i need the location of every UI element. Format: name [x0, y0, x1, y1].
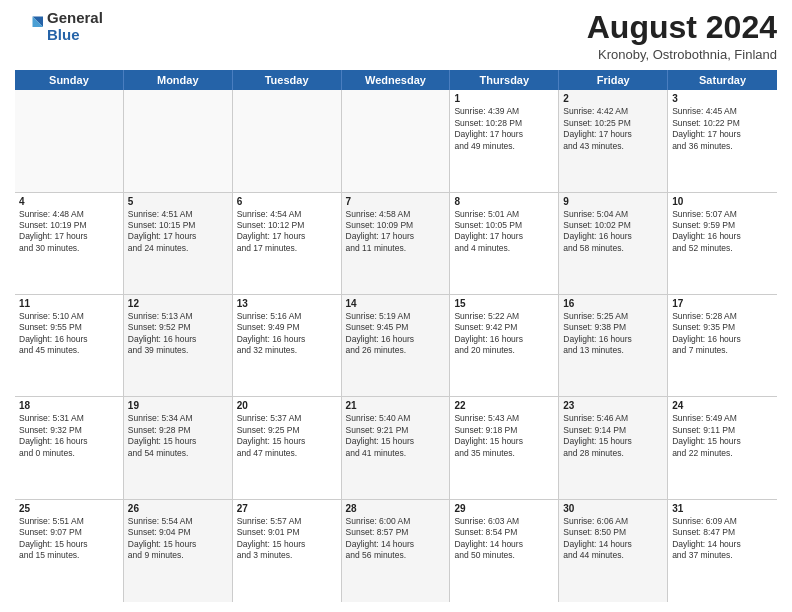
day-info: Sunrise: 4:48 AM Sunset: 10:19 PM Daylig…	[19, 209, 119, 255]
day-cell-17: 17Sunrise: 5:28 AM Sunset: 9:35 PM Dayli…	[668, 295, 777, 396]
day-number: 23	[563, 400, 663, 411]
logo: General Blue	[15, 10, 103, 43]
day-info: Sunrise: 5:57 AM Sunset: 9:01 PM Dayligh…	[237, 516, 337, 562]
day-number: 8	[454, 196, 554, 207]
day-number: 16	[563, 298, 663, 309]
day-cell-9: 9Sunrise: 5:04 AM Sunset: 10:02 PM Dayli…	[559, 193, 668, 294]
header-day-monday: Monday	[124, 70, 233, 90]
day-cell-1: 1Sunrise: 4:39 AM Sunset: 10:28 PM Dayli…	[450, 90, 559, 191]
day-cell-21: 21Sunrise: 5:40 AM Sunset: 9:21 PM Dayli…	[342, 397, 451, 498]
day-cell-30: 30Sunrise: 6:06 AM Sunset: 8:50 PM Dayli…	[559, 500, 668, 602]
empty-cell	[124, 90, 233, 191]
day-info: Sunrise: 4:45 AM Sunset: 10:22 PM Daylig…	[672, 106, 773, 152]
day-number: 17	[672, 298, 773, 309]
day-number: 13	[237, 298, 337, 309]
day-info: Sunrise: 5:43 AM Sunset: 9:18 PM Dayligh…	[454, 413, 554, 459]
day-cell-11: 11Sunrise: 5:10 AM Sunset: 9:55 PM Dayli…	[15, 295, 124, 396]
day-info: Sunrise: 4:39 AM Sunset: 10:28 PM Daylig…	[454, 106, 554, 152]
day-cell-3: 3Sunrise: 4:45 AM Sunset: 10:22 PM Dayli…	[668, 90, 777, 191]
day-info: Sunrise: 6:09 AM Sunset: 8:47 PM Dayligh…	[672, 516, 773, 562]
day-cell-23: 23Sunrise: 5:46 AM Sunset: 9:14 PM Dayli…	[559, 397, 668, 498]
day-info: Sunrise: 5:54 AM Sunset: 9:04 PM Dayligh…	[128, 516, 228, 562]
day-number: 21	[346, 400, 446, 411]
day-number: 20	[237, 400, 337, 411]
empty-cell	[233, 90, 342, 191]
day-number: 11	[19, 298, 119, 309]
day-info: Sunrise: 5:01 AM Sunset: 10:05 PM Daylig…	[454, 209, 554, 255]
day-cell-8: 8Sunrise: 5:01 AM Sunset: 10:05 PM Dayli…	[450, 193, 559, 294]
day-info: Sunrise: 5:16 AM Sunset: 9:49 PM Dayligh…	[237, 311, 337, 357]
day-info: Sunrise: 5:10 AM Sunset: 9:55 PM Dayligh…	[19, 311, 119, 357]
month-year: August 2024	[587, 10, 777, 45]
day-number: 29	[454, 503, 554, 514]
day-cell-20: 20Sunrise: 5:37 AM Sunset: 9:25 PM Dayli…	[233, 397, 342, 498]
day-info: Sunrise: 4:54 AM Sunset: 10:12 PM Daylig…	[237, 209, 337, 255]
day-info: Sunrise: 5:51 AM Sunset: 9:07 PM Dayligh…	[19, 516, 119, 562]
day-cell-15: 15Sunrise: 5:22 AM Sunset: 9:42 PM Dayli…	[450, 295, 559, 396]
calendar-header: SundayMondayTuesdayWednesdayThursdayFrid…	[15, 70, 777, 90]
day-cell-31: 31Sunrise: 6:09 AM Sunset: 8:47 PM Dayli…	[668, 500, 777, 602]
day-info: Sunrise: 4:58 AM Sunset: 10:09 PM Daylig…	[346, 209, 446, 255]
day-number: 7	[346, 196, 446, 207]
week-row-5: 25Sunrise: 5:51 AM Sunset: 9:07 PM Dayli…	[15, 500, 777, 602]
header-day-thursday: Thursday	[450, 70, 559, 90]
day-cell-5: 5Sunrise: 4:51 AM Sunset: 10:15 PM Dayli…	[124, 193, 233, 294]
week-row-3: 11Sunrise: 5:10 AM Sunset: 9:55 PM Dayli…	[15, 295, 777, 397]
page: General Blue August 2024 Kronoby, Ostrob…	[0, 0, 792, 612]
day-number: 1	[454, 93, 554, 104]
day-number: 30	[563, 503, 663, 514]
day-number: 12	[128, 298, 228, 309]
header-day-tuesday: Tuesday	[233, 70, 342, 90]
day-number: 22	[454, 400, 554, 411]
day-number: 31	[672, 503, 773, 514]
day-number: 28	[346, 503, 446, 514]
logo-icon	[15, 13, 43, 41]
day-info: Sunrise: 4:42 AM Sunset: 10:25 PM Daylig…	[563, 106, 663, 152]
day-number: 2	[563, 93, 663, 104]
day-number: 5	[128, 196, 228, 207]
day-number: 4	[19, 196, 119, 207]
day-cell-18: 18Sunrise: 5:31 AM Sunset: 9:32 PM Dayli…	[15, 397, 124, 498]
day-cell-6: 6Sunrise: 4:54 AM Sunset: 10:12 PM Dayli…	[233, 193, 342, 294]
header-day-friday: Friday	[559, 70, 668, 90]
day-cell-16: 16Sunrise: 5:25 AM Sunset: 9:38 PM Dayli…	[559, 295, 668, 396]
day-number: 25	[19, 503, 119, 514]
day-cell-7: 7Sunrise: 4:58 AM Sunset: 10:09 PM Dayli…	[342, 193, 451, 294]
calendar-body: 1Sunrise: 4:39 AM Sunset: 10:28 PM Dayli…	[15, 90, 777, 602]
day-cell-10: 10Sunrise: 5:07 AM Sunset: 9:59 PM Dayli…	[668, 193, 777, 294]
day-cell-13: 13Sunrise: 5:16 AM Sunset: 9:49 PM Dayli…	[233, 295, 342, 396]
day-number: 18	[19, 400, 119, 411]
day-number: 15	[454, 298, 554, 309]
empty-cell	[342, 90, 451, 191]
day-number: 24	[672, 400, 773, 411]
day-number: 26	[128, 503, 228, 514]
day-number: 6	[237, 196, 337, 207]
day-info: Sunrise: 5:22 AM Sunset: 9:42 PM Dayligh…	[454, 311, 554, 357]
day-info: Sunrise: 5:13 AM Sunset: 9:52 PM Dayligh…	[128, 311, 228, 357]
day-info: Sunrise: 5:46 AM Sunset: 9:14 PM Dayligh…	[563, 413, 663, 459]
day-info: Sunrise: 5:40 AM Sunset: 9:21 PM Dayligh…	[346, 413, 446, 459]
logo-general: General	[47, 10, 103, 27]
day-cell-24: 24Sunrise: 5:49 AM Sunset: 9:11 PM Dayli…	[668, 397, 777, 498]
day-number: 3	[672, 93, 773, 104]
day-number: 10	[672, 196, 773, 207]
day-info: Sunrise: 6:03 AM Sunset: 8:54 PM Dayligh…	[454, 516, 554, 562]
day-info: Sunrise: 5:49 AM Sunset: 9:11 PM Dayligh…	[672, 413, 773, 459]
day-info: Sunrise: 5:25 AM Sunset: 9:38 PM Dayligh…	[563, 311, 663, 357]
day-info: Sunrise: 4:51 AM Sunset: 10:15 PM Daylig…	[128, 209, 228, 255]
day-info: Sunrise: 5:37 AM Sunset: 9:25 PM Dayligh…	[237, 413, 337, 459]
header-day-wednesday: Wednesday	[342, 70, 451, 90]
header-day-sunday: Sunday	[15, 70, 124, 90]
logo-text: General Blue	[47, 10, 103, 43]
day-info: Sunrise: 5:28 AM Sunset: 9:35 PM Dayligh…	[672, 311, 773, 357]
calendar: SundayMondayTuesdayWednesdayThursdayFrid…	[15, 70, 777, 602]
week-row-4: 18Sunrise: 5:31 AM Sunset: 9:32 PM Dayli…	[15, 397, 777, 499]
day-cell-19: 19Sunrise: 5:34 AM Sunset: 9:28 PM Dayli…	[124, 397, 233, 498]
day-info: Sunrise: 5:07 AM Sunset: 9:59 PM Dayligh…	[672, 209, 773, 255]
day-cell-22: 22Sunrise: 5:43 AM Sunset: 9:18 PM Dayli…	[450, 397, 559, 498]
header: General Blue August 2024 Kronoby, Ostrob…	[15, 10, 777, 62]
day-number: 14	[346, 298, 446, 309]
day-cell-25: 25Sunrise: 5:51 AM Sunset: 9:07 PM Dayli…	[15, 500, 124, 602]
day-cell-27: 27Sunrise: 5:57 AM Sunset: 9:01 PM Dayli…	[233, 500, 342, 602]
empty-cell	[15, 90, 124, 191]
